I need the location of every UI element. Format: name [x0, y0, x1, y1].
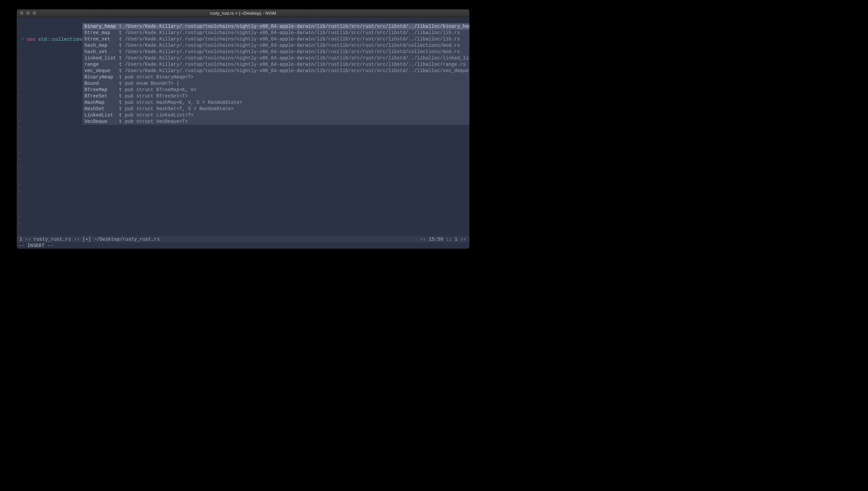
- completion-item[interactable]: HashMaptpub struct HashMap<K, V, S = Ran…: [83, 99, 469, 106]
- empty-line: ~: [17, 220, 469, 226]
- modified-flag: [+]: [83, 237, 91, 242]
- code-text[interactable]: use std::collections::: [25, 36, 90, 42]
- tilde-icon: ~: [17, 226, 21, 233]
- zoom-icon[interactable]: [32, 11, 36, 15]
- minimize-icon[interactable]: [26, 11, 30, 15]
- empty-line: ~: [17, 201, 469, 207]
- tilde-icon: ~: [17, 106, 21, 112]
- completion-item[interactable]: linked_listt/Users/Kade.Killary/.rustup/…: [83, 55, 469, 61]
- tilde-icon: ~: [17, 220, 21, 226]
- completion-item[interactable]: LinkedListtpub struct LinkedList<T>: [83, 112, 469, 118]
- completion-item[interactable]: hash_mapt/Users/Kade.Killary/.rustup/too…: [83, 42, 469, 49]
- completion-desc: pub struct HashSet<T, S = RandomState>: [125, 106, 469, 112]
- completion-desc: pub struct VecDeque<T>: [125, 118, 469, 125]
- line-number: 0: [17, 36, 25, 42]
- completion-desc: /Users/Kade.Killary/.rustup/toolchains/n…: [125, 23, 469, 30]
- completion-name: btree_set: [83, 36, 119, 42]
- empty-line: ~: [17, 156, 469, 163]
- completion-name: HashSet: [83, 106, 119, 112]
- completion-kind: t: [119, 87, 125, 93]
- tilde-icon: ~: [17, 182, 21, 188]
- empty-line: ~: [17, 125, 469, 131]
- keyword-use: use: [27, 37, 35, 42]
- tilde-icon: ~: [17, 99, 21, 106]
- completion-item[interactable]: Boundtpub enum Bound<T> {: [83, 81, 469, 87]
- completion-item[interactable]: btree_mapt/Users/Kade.Killary/.rustup/to…: [83, 30, 469, 36]
- completion-name: BinaryHeap: [83, 74, 119, 81]
- window-titlebar[interactable]: rusty_rust.rs + (~/Desktop) - NVIM: [17, 9, 469, 17]
- editor-viewport[interactable]: 0 use std::collections:: ~~~~~~~~~~~~~~~…: [17, 17, 469, 236]
- completion-desc: /Users/Kade.Killary/.rustup/toolchains/n…: [125, 49, 469, 55]
- close-icon[interactable]: [20, 11, 24, 15]
- completion-kind: t: [119, 30, 125, 36]
- tilde-icon: ~: [17, 233, 21, 236]
- completion-item[interactable]: BTreeSettpub struct BTreeSet<T>: [83, 93, 469, 99]
- tilde-icon: ~: [17, 81, 21, 87]
- completion-item[interactable]: btree_sett/Users/Kade.Killary/.rustup/to…: [83, 36, 469, 42]
- completion-item[interactable]: hash_sett/Users/Kade.Killary/.rustup/too…: [83, 49, 469, 55]
- completion-kind: t: [119, 81, 125, 87]
- completion-item[interactable]: VecDequetpub struct VecDeque<T>: [83, 118, 469, 125]
- tilde-icon: ~: [17, 169, 21, 176]
- mode-text: -- INSERT --: [19, 243, 53, 248]
- completion-item[interactable]: BTreeMaptpub struct BTreeMap<K, V>: [83, 87, 469, 93]
- path-sep: ::: [47, 37, 52, 42]
- completion-kind: t: [119, 118, 125, 125]
- empty-line: ~: [17, 213, 469, 220]
- chevron-left-icon: ‹‹: [25, 237, 31, 242]
- completion-item[interactable]: HashSettpub struct HashSet<T, S = Random…: [83, 106, 469, 112]
- completion-name: binary_heap: [83, 23, 119, 30]
- completion-desc: pub struct LinkedList<T>: [125, 112, 469, 118]
- completion-kind: t: [119, 106, 125, 112]
- completion-name: hash_map: [83, 42, 119, 49]
- empty-line: ~: [17, 138, 469, 144]
- status-right: ‹‹ 15:59 :: 1 ››: [420, 237, 466, 242]
- completion-desc: /Users/Kade.Killary/.rustup/toolchains/n…: [125, 55, 469, 61]
- tilde-icon: ~: [17, 207, 21, 213]
- completion-desc: pub enum Bound<T> {: [125, 81, 469, 87]
- completion-kind: t: [119, 55, 125, 61]
- completion-kind: t: [119, 42, 125, 49]
- mod-collections: collections: [52, 37, 84, 42]
- completion-name: Bound: [83, 81, 119, 87]
- tilde-icon: ~: [17, 201, 21, 207]
- empty-line: ~: [17, 226, 469, 233]
- completion-kind: t: [119, 99, 125, 106]
- status-filename: rusty_rust.rs: [34, 237, 71, 242]
- traffic-lights: [17, 11, 36, 15]
- chevron-right-icon: ››: [74, 237, 80, 242]
- tilde-icon: ~: [17, 213, 21, 220]
- statusline: 1 ‹‹ rusty_rust.rs ›› [+] ~/Desktop/rust…: [17, 236, 469, 242]
- tilde-icon: ~: [17, 87, 21, 93]
- tilde-icon: ~: [17, 156, 21, 163]
- mod-std: std: [38, 37, 47, 42]
- completion-name: BTreeMap: [83, 87, 119, 93]
- tilde-icon: ~: [17, 118, 21, 125]
- completion-item[interactable]: vec_dequet/Users/Kade.Killary/.rustup/to…: [83, 68, 469, 74]
- completion-item[interactable]: binary_heapt/Users/Kade.Killary/.rustup/…: [83, 23, 469, 30]
- empty-line: ~: [17, 144, 469, 150]
- tilde-icon: ~: [17, 68, 21, 74]
- completion-desc: /Users/Kade.Killary/.rustup/toolchains/n…: [125, 36, 469, 42]
- completion-desc: /Users/Kade.Killary/.rustup/toolchains/n…: [125, 61, 469, 68]
- completion-name: HashMap: [83, 99, 119, 106]
- empty-line: ~: [17, 233, 469, 236]
- tilde-icon: ~: [17, 125, 21, 131]
- status-lnum: 1: [455, 237, 458, 242]
- tilde-icon: ~: [17, 131, 21, 138]
- completion-kind: t: [119, 112, 125, 118]
- completion-desc: pub struct BTreeSet<T>: [125, 93, 469, 99]
- empty-line: ~: [17, 176, 469, 182]
- completion-desc: pub struct HashMap<K, V, S = RandomState…: [125, 99, 469, 106]
- completion-popup[interactable]: binary_heapt/Users/Kade.Killary/.rustup/…: [83, 23, 469, 125]
- empty-line: ~: [17, 207, 469, 213]
- completion-name: btree_map: [83, 30, 119, 36]
- completion-kind: t: [119, 68, 125, 74]
- completion-item[interactable]: BinaryHeaptpub struct BinaryHeap<T>: [83, 74, 469, 81]
- tilde-icon: ~: [17, 188, 21, 195]
- completion-name: range: [83, 61, 119, 68]
- completion-item[interactable]: ranget/Users/Kade.Killary/.rustup/toolch…: [83, 61, 469, 68]
- empty-line: ~: [17, 163, 469, 169]
- tilde-icon: ~: [17, 61, 21, 68]
- terminal-window: rusty_rust.rs + (~/Desktop) - NVIM 0 use…: [17, 9, 469, 249]
